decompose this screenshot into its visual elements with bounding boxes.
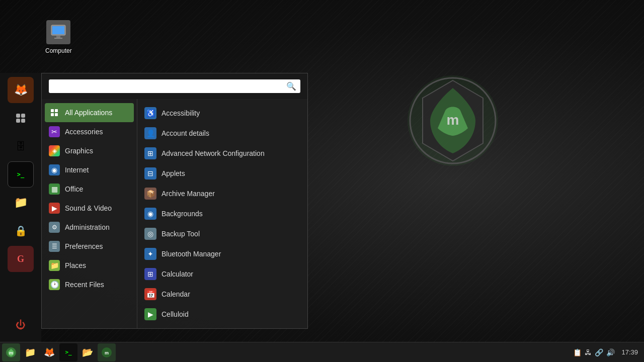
taskbar-files[interactable]: 📂: [78, 343, 97, 361]
files-tb-icon: 📂: [82, 347, 93, 358]
taskbar-mint-menu[interactable]: m: [2, 343, 20, 361]
category-all-applications-label: All Applications: [65, 109, 112, 117]
category-recent-files-label: Recent Files: [65, 281, 104, 289]
category-graphics-label: Graphics: [65, 147, 93, 155]
apps-icon: [16, 114, 25, 123]
power-icon: ⏻: [16, 319, 26, 331]
app-celluloid[interactable]: ▶ Celluloid: [137, 304, 307, 324]
firefox-icon: 🦊: [14, 83, 28, 97]
category-recent-files[interactable]: 🕐 Recent Files: [42, 275, 137, 294]
sidebar-item-apps[interactable]: [8, 105, 34, 131]
sidebar-item-power[interactable]: ⏻: [8, 312, 34, 338]
app-backgrounds[interactable]: ◉ Backgrounds: [137, 204, 307, 224]
app-calculator[interactable]: ⊞ Calculator: [137, 264, 307, 284]
svg-text:m: m: [9, 350, 13, 355]
taskbar-terminal[interactable]: >_: [59, 343, 77, 361]
svg-rect-4: [52, 26, 64, 34]
menu-content: All Applications ✂ Accessories ◈ Graphic…: [42, 99, 307, 328]
category-internet[interactable]: ◉ Internet: [42, 160, 137, 179]
category-internet-label: Internet: [65, 166, 89, 174]
clipboard-tray-icon[interactable]: 📋: [573, 348, 582, 356]
terminal-icon: >_: [17, 171, 24, 178]
app-calendar[interactable]: 📅 Calendar: [137, 284, 307, 304]
backgrounds-icon: ◉: [144, 208, 156, 220]
app-accessibility-label: Accessibility: [162, 109, 200, 117]
network-tray-icon[interactable]: 🖧: [585, 348, 592, 356]
search-input[interactable]: [53, 82, 283, 90]
app-advanced-network-label: Advanced Network Configuration: [162, 149, 265, 157]
category-sound-video[interactable]: ▶ Sound & Video: [42, 199, 137, 218]
category-preferences-label: Preferences: [65, 242, 103, 250]
mint-logo: m: [403, 70, 493, 161]
account-details-icon: 👤: [144, 127, 156, 139]
app-backup-tool-label: Backup Tool: [162, 230, 200, 238]
category-graphics[interactable]: ◈ Graphics: [42, 141, 137, 160]
accessibility-icon: ♿: [144, 107, 156, 119]
taskbar-right: 📋 🖧 🔗 🔊 17:39: [573, 348, 644, 356]
computer-icon: [46, 20, 70, 44]
system-clock: 17:39: [619, 348, 638, 356]
app-calendar-label: Calendar: [162, 290, 190, 298]
connections-tray-icon[interactable]: 🔗: [595, 348, 603, 356]
sidebar-item-folder[interactable]: 📁: [8, 190, 34, 216]
sidebar: 🦊 🗄 >_ 📁 🔒 G ⏻: [0, 73, 41, 342]
app-bluetooth-manager-label: Bluetooth Manager: [162, 250, 221, 258]
search-bar: 🔍: [42, 73, 307, 99]
app-account-details-label: Account details: [162, 129, 209, 137]
sidebar-item-grammarly[interactable]: G: [8, 246, 34, 272]
accessories-icon: ✂: [49, 126, 60, 137]
preferences-icon: ☰: [49, 241, 60, 252]
calendar-icon: 📅: [144, 288, 156, 300]
category-office-label: Office: [65, 185, 83, 193]
app-advanced-network[interactable]: ⊞ Advanced Network Configuration: [137, 143, 307, 163]
category-places-label: Places: [65, 261, 86, 269]
file-manager-tb-icon: 📁: [25, 347, 36, 358]
app-calculator-label: Calculator: [162, 270, 193, 278]
app-accessibility[interactable]: ♿ Accessibility: [137, 103, 307, 123]
svg-rect-5: [56, 36, 60, 38]
computer-desktop-icon[interactable]: Computer: [45, 20, 72, 54]
app-account-details[interactable]: 👤 Account details: [137, 123, 307, 143]
taskbar-mint-logo[interactable]: m: [98, 343, 116, 361]
recent-files-icon: 🕐: [49, 279, 60, 290]
administration-icon: ⚙: [49, 222, 60, 233]
applets-icon: ⊟: [144, 167, 156, 179]
category-all-applications[interactable]: All Applications: [45, 103, 134, 122]
calculator-icon: ⊞: [144, 268, 156, 280]
svg-rect-6: [54, 38, 62, 39]
taskbar-firefox[interactable]: 🦊: [40, 343, 58, 361]
sound-video-icon: ▶: [49, 203, 60, 214]
sidebar-item-terminal[interactable]: >_: [8, 161, 34, 188]
tray-icons: 📋 🖧 🔗 🔊: [573, 348, 615, 356]
internet-icon: ◉: [49, 164, 60, 175]
category-places[interactable]: 📁 Places: [42, 256, 137, 275]
svg-text:m: m: [105, 350, 109, 355]
categories-panel: All Applications ✂ Accessories ◈ Graphic…: [42, 99, 137, 328]
app-celluloid-label: Celluloid: [162, 310, 189, 318]
sidebar-item-firefox[interactable]: 🦊: [8, 77, 34, 103]
office-icon: ▦: [49, 184, 60, 195]
sidebar-item-files[interactable]: 🗄: [8, 133, 34, 159]
app-applets[interactable]: ⊟ Applets: [137, 163, 307, 184]
all-apps-icon: [49, 107, 60, 118]
category-accessories-label: Accessories: [65, 128, 103, 136]
app-archive-manager[interactable]: 📦 Archive Manager: [137, 184, 307, 204]
app-backup-tool[interactable]: ◎ Backup Tool: [137, 224, 307, 244]
app-archive-manager-label: Archive Manager: [162, 190, 215, 198]
search-input-wrap[interactable]: 🔍: [49, 79, 300, 93]
terminal-tb-icon: >_: [65, 349, 71, 355]
desktop: m Computer 🦊 🗄: [0, 0, 644, 362]
category-preferences[interactable]: ☰ Preferences: [42, 237, 137, 256]
apps-list: ♿ Accessibility 👤 Account details ⊞ Adva…: [137, 99, 307, 328]
volume-tray-icon[interactable]: 🔊: [606, 348, 615, 356]
app-bluetooth-manager[interactable]: ✦ Bluetooth Manager: [137, 244, 307, 264]
app-applets-label: Applets: [162, 169, 185, 177]
taskbar-file-manager[interactable]: 📁: [21, 343, 39, 361]
category-office[interactable]: ▦ Office: [42, 179, 137, 199]
category-sound-video-label: Sound & Video: [65, 204, 112, 212]
category-accessories[interactable]: ✂ Accessories: [42, 122, 137, 141]
category-administration[interactable]: ⚙ Administration: [42, 218, 137, 237]
app-menu: 🔍 All Applications: [41, 73, 308, 329]
firefox-tb-icon: 🦊: [44, 347, 55, 358]
sidebar-item-lock[interactable]: 🔒: [8, 218, 34, 244]
